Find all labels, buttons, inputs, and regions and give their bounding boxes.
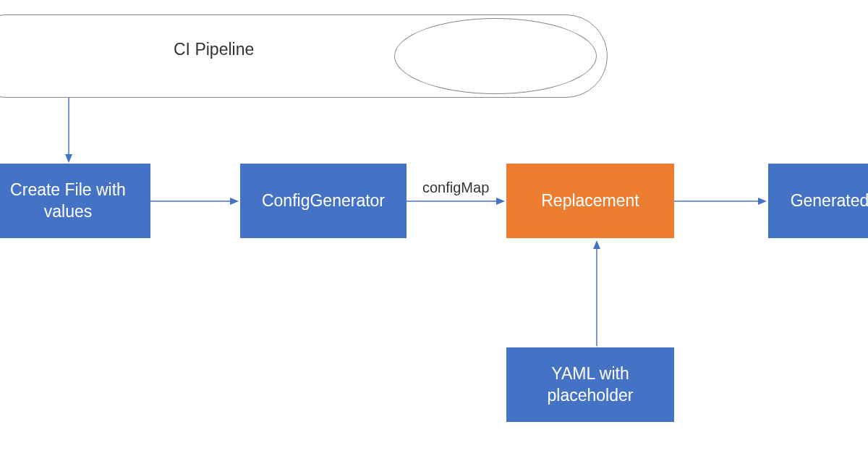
ci-pipeline-inner-ellipse	[394, 18, 597, 94]
node-replacement: Replacement	[506, 164, 674, 238]
node-config-generator: ConfigGenerator	[240, 164, 407, 238]
svg-marker-5	[496, 198, 505, 205]
svg-marker-3	[230, 198, 239, 205]
svg-marker-7	[758, 198, 767, 205]
edge-label-configmap: configMap	[422, 180, 489, 196]
ci-pipeline-label: CI Pipeline	[174, 40, 254, 59]
node-yaml-placeholder: YAML with placeholder	[506, 347, 674, 422]
svg-marker-1	[65, 154, 72, 163]
node-generated-label: Generated	[791, 190, 868, 212]
node-replacement-label: Replacement	[541, 190, 639, 212]
node-generated: Generated	[768, 164, 868, 238]
node-config-generator-label: ConfigGenerator	[262, 190, 385, 212]
node-yaml-placeholder-label: YAML with placeholder	[512, 363, 668, 407]
node-create-file: Create File with values	[0, 164, 150, 238]
svg-marker-9	[593, 240, 600, 249]
node-create-file-label: Create File with values	[0, 180, 145, 223]
